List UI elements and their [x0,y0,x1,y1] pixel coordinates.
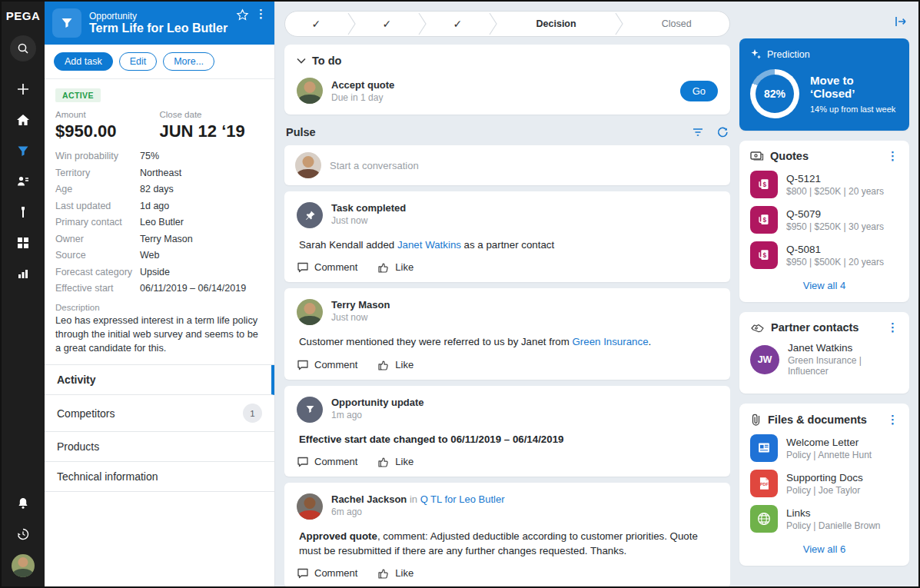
collapse-panel-icon[interactable] [894,15,908,31]
prediction-headline: Move to ‘Closed’ [810,74,898,100]
partner-item[interactable]: JWJanet WatkinsGreen Insurance | Influen… [750,342,898,377]
post-header: Terry MasonJust now [297,299,718,325]
partner-name: Janet Watkins [788,342,898,354]
apps-grid-icon[interactable] [10,230,36,256]
quote-id: Q-5121 [786,173,884,184]
file-item[interactable]: LinksPolicy | Danielle Brown [750,505,898,533]
flashlight-icon[interactable] [10,199,36,225]
field-value-link[interactable]: Leo Butler [140,217,264,228]
files-list: Welcome LetterPolicy | Annette HuntPDFSu… [750,434,898,533]
like-button[interactable]: Like [377,261,414,273]
field-label: Source [55,250,140,261]
field-value: Web [140,250,264,261]
post-title: Opportunity update [331,397,424,408]
post-context-link[interactable]: Q TL for Leo Butler [420,493,505,505]
quote-item[interactable]: $Q-5079$950 | $250K | 30 years [750,206,898,234]
todo-header[interactable]: To do [297,55,718,67]
tab-activity[interactable]: Activity [45,365,274,395]
post-body: Effective start date changed to 06/11/20… [299,432,718,447]
filter-icon[interactable] [692,127,704,138]
file-details: Policy | Danielle Brown [786,520,881,531]
edit-button[interactable]: Edit [119,52,158,71]
user-avatar[interactable] [12,554,35,577]
add-task-button[interactable]: Add task [54,52,113,71]
prediction-subtext: 14% up from last week [810,105,898,114]
field-label: Owner [55,234,140,244]
like-button[interactable]: Like [377,359,414,370]
action-buttons: Add task Edit More... [45,45,274,79]
post-title: Rachel Jackson [331,493,407,505]
pulse-composer [284,145,730,185]
comment-button[interactable]: Comment [297,359,357,370]
post-title: Task completed [331,202,406,214]
refresh-icon[interactable] [716,126,729,138]
like-button[interactable]: Like [377,456,414,467]
partner-avatar: JW [750,345,779,374]
post-meta: Opportunity update1m ago [331,397,424,423]
history-icon[interactable] [10,521,36,547]
tab-products[interactable]: Products [45,432,274,462]
partners-kebab-menu-icon[interactable]: ⋮ [887,322,898,333]
tab-competitors[interactable]: Competitors1 [45,395,274,432]
reports-icon[interactable] [10,261,36,287]
opportunity-title: Term Life for Leo Butler [89,22,228,35]
description-label: Description [55,303,264,312]
post-body-link[interactable]: Green Insurance [572,336,648,347]
comment-button[interactable]: Comment [297,456,357,467]
stage-segment-closed[interactable]: Closed [623,12,729,36]
opportunity-header: Opportunity Term Life for Leo Butler ⋮ [45,2,274,45]
main-area: ✓✓✓DecisionClosed To do Accept quote Due… [275,2,918,586]
like-button[interactable]: Like [377,567,414,579]
files-view-all-link[interactable]: View all 6 [750,540,898,556]
header-kebab-menu-icon[interactable]: ⋮ [255,8,267,19]
file-item[interactable]: PDFSupporting DocsPolicy | Joe Taylor [750,470,898,497]
stage-check-icon: ✓ [453,18,462,30]
home-icon[interactable] [10,107,36,133]
tab-technical-information[interactable]: Technical information [45,462,274,492]
quotes-view-all-link[interactable]: View all 4 [750,277,898,293]
opportunity-type-label: Opportunity [89,11,228,22]
quotes-kebab-menu-icon[interactable]: ⋮ [887,151,898,161]
field-value-link[interactable]: Terry Mason [140,234,264,244]
favorite-star-icon[interactable] [236,8,249,25]
tab-label: Technical information [57,470,158,483]
stage-chevrons: ✓✓✓DecisionClosed [284,11,730,37]
post-body-text: Approved quote [299,530,377,542]
post-actions: CommentLike [297,456,718,467]
post-title-row: Task completed [331,202,406,214]
opportunity-panel: Opportunity Term Life for Leo Butler ⋮ A… [45,2,275,586]
prediction-gauge: 82% [750,69,799,118]
create-icon[interactable] [10,76,36,102]
stage-segment[interactable]: ✓ [356,12,418,36]
quote-details: $800 | $250K | 20 years [786,186,884,197]
file-name: Supporting Docs [786,472,863,483]
post-title-row: Opportunity update [331,397,424,408]
file-name: Links [786,507,881,519]
post-body-link[interactable]: Janet Watkins [397,239,461,251]
notifications-bell-icon[interactable] [10,490,36,517]
comment-button[interactable]: Comment [297,567,357,579]
pdf-icon: PDF [750,470,778,497]
field-list: Win probability75%TerritoryNortheastAge8… [55,151,264,294]
quotes-list: $Q-5121$800 | $250K | 20 years$Q-5079$95… [750,171,898,269]
opportunities-icon[interactable] [10,138,36,164]
stage-segment[interactable]: ✓ [427,12,489,36]
contacts-icon[interactable] [10,168,36,194]
chevron-down-icon [297,58,306,64]
task-assignee-avatar [297,78,323,104]
quotes-icon [750,151,764,161]
file-item[interactable]: Welcome LetterPolicy | Annette Hunt [750,434,898,462]
quote-details: $950 | $500K | 20 years [786,257,884,267]
search-icon[interactable] [10,35,36,61]
stage-segment-decision[interactable]: Decision [497,12,616,36]
quote-item[interactable]: $Q-5121$800 | $250K | 20 years [750,171,898,198]
go-button[interactable]: Go [680,81,718,101]
comment-button[interactable]: Comment [297,261,357,273]
files-kebab-menu-icon[interactable]: ⋮ [887,414,898,425]
conversation-input[interactable] [330,160,719,171]
quote-doc-icon: $ [750,171,778,198]
quote-item[interactable]: $Q-5081$950 | $500K | 20 years [750,241,898,269]
more-button[interactable]: More... [163,52,214,71]
quote-details: $950 | $250K | 30 years [786,221,884,232]
stage-segment[interactable]: ✓ [285,12,347,36]
